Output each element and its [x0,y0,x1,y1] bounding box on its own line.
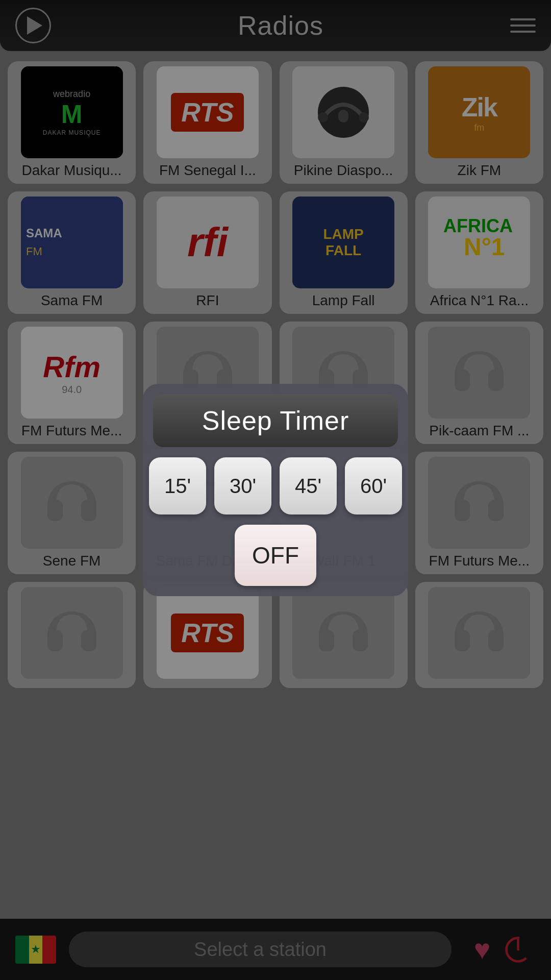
sleep-timer-title-bar: Sleep Timer [153,394,398,447]
modal-overlay[interactable]: Sleep Timer 15' 30' 45' 60' OFF [0,0,551,980]
sleep-timer-modal: Sleep Timer 15' 30' 45' 60' OFF [143,384,408,596]
timer-60-button[interactable]: 60' [345,457,402,514]
timer-45-button[interactable]: 45' [280,457,337,514]
timer-30-button[interactable]: 30' [214,457,271,514]
sleep-timer-title: Sleep Timer [202,406,349,435]
timer-15-button[interactable]: 15' [149,457,206,514]
timer-off-button[interactable]: OFF [235,525,316,586]
timer-buttons-row: 15' 30' 45' 60' [149,457,402,514]
